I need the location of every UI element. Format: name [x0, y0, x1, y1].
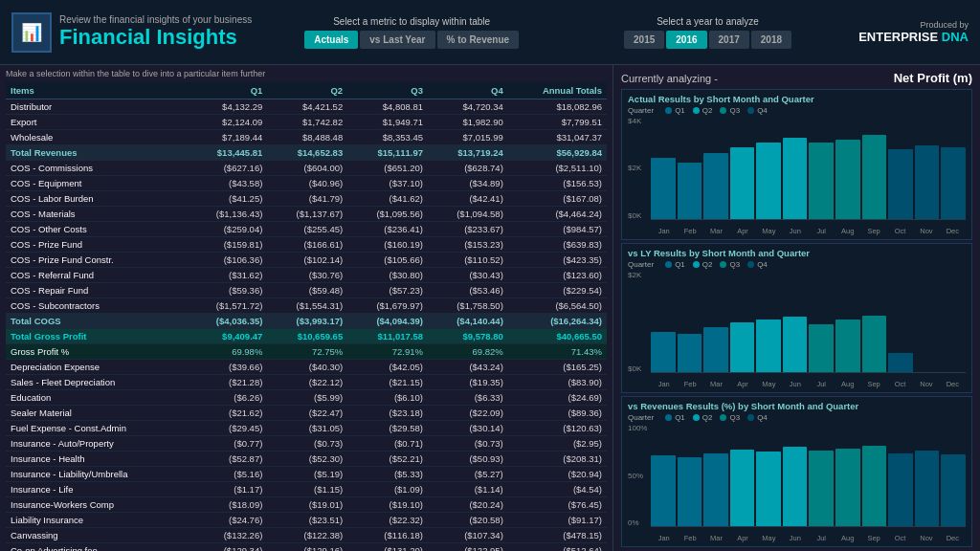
table-row[interactable]: Depreciation Expense($39.66)($40.30)($42… [6, 360, 607, 375]
calculator-icon: 📊 [11, 12, 52, 53]
table-row[interactable]: Fuel Expense - Const.Admin($29.45)($31.0… [6, 421, 607, 436]
cell-value: ($639.83) [508, 237, 607, 253]
cell-value: ($233.67) [428, 222, 508, 237]
table-row[interactable]: COS - Commissions($627.16)($604.00)($651… [6, 161, 607, 176]
cell-value: ($52.87) [188, 452, 268, 467]
cell-value: ($21.28) [188, 375, 268, 390]
legend-item-Q3: Q3 [720, 413, 740, 422]
cell-value: $2,124.09 [188, 115, 268, 130]
btn-2017[interactable]: 2017 [709, 31, 749, 49]
cell-value: ($628.74) [428, 161, 508, 176]
cell-value: ($166.61) [267, 237, 347, 253]
financial-table: Items Q1 Q2 Q3 Q4 Annual Totals Distribu… [6, 82, 607, 551]
month-group-Jan [651, 271, 676, 374]
table-row[interactable]: Insurance - Auto/Property($0.77)($0.73)(… [6, 436, 607, 452]
col-q4: Q4 [428, 82, 508, 99]
cell-item-name: Insurance - Life [6, 482, 188, 497]
table-row[interactable]: Gross Profit %69.98%72.75%72.91%69.82%71… [6, 344, 607, 360]
x-label-Jun: Jun [782, 227, 808, 235]
table-row[interactable]: COS - Equipment($43.58)($40.96)($37.10)(… [6, 176, 607, 191]
table-row[interactable]: Canvassing($132.26)($122.38)($116.18)($1… [6, 528, 607, 543]
month-group-Jul [809, 117, 834, 220]
table-row[interactable]: Total COGS($4,036.35)($3,993.17)($4,094.… [6, 314, 607, 329]
table-row[interactable]: Co-op Advertising fee($129.34)($129.16)(… [6, 543, 607, 552]
table-row[interactable]: Total Gross Profit$9,409.47$10,659.65$11… [6, 329, 607, 344]
legend-dot-Q2 [693, 261, 700, 268]
table-row[interactable]: Education($6.26)($5.99)($6.10)($6.33)($2… [6, 390, 607, 406]
bar-Jun-Q2 [783, 317, 808, 373]
table-row[interactable]: Insurance-Workers Comp($18.09)($19.01)($… [6, 497, 607, 513]
btn-2015[interactable]: 2015 [624, 31, 664, 49]
bar-Oct-Q4 [888, 453, 913, 528]
x-label-Sep: Sep [860, 380, 886, 388]
bar-Jun-Q2 [783, 138, 808, 220]
bar-Aug-Q3 [835, 449, 860, 527]
table-row[interactable]: Insurance - Life($1.17)($1.15)($1.09)($1… [6, 482, 607, 497]
cell-value: ($4,094.39) [347, 314, 428, 329]
btn-pct-revenue[interactable]: % to Revenue [437, 31, 520, 49]
table-row[interactable]: Insurance - Liability/Umbrella($5.16)($5… [6, 467, 607, 482]
analyzing-text: Currently analyzing - [621, 73, 718, 84]
cell-value: ($1,758.50) [428, 298, 508, 314]
x-label-Feb: Feb [677, 534, 702, 542]
table-row[interactable]: COS - Labor Burden($41.25)($41.79)($41.6… [6, 191, 607, 207]
bar-Apr-Q2 [730, 322, 755, 374]
net-profit-label: Net Profit (m) [894, 71, 972, 85]
table-row[interactable]: Sealer Material($21.62)($22.47)($23.18)(… [6, 406, 607, 421]
table-row[interactable]: COS - Referral Fund($31.62)($30.76)($30.… [6, 268, 607, 283]
table-row[interactable]: Sales - Fleet Depreciation($21.28)($22.1… [6, 375, 607, 390]
table-row[interactable]: Distributor$4,132.29$4,421.52$4,808.81$4… [6, 99, 607, 115]
cell-value: ($42.05) [347, 360, 428, 375]
cell-value: 72.91% [347, 344, 428, 360]
btn-2016[interactable]: 2016 [666, 31, 706, 49]
btn-vs-last-year[interactable]: vs Last Year [360, 31, 434, 49]
chart-title-0: Actual Results by Short Month and Quarte… [628, 94, 966, 104]
table-row[interactable]: Liability Insurance($24.76)($23.51)($22.… [6, 513, 607, 528]
month-group-Nov [915, 117, 940, 220]
cell-value: ($41.25) [188, 191, 268, 207]
cell-value: ($43.58) [188, 176, 268, 191]
year-label: Select a year to analyze [657, 16, 759, 27]
chart-block-0: Actual Results by Short Month and Quarte… [621, 89, 972, 240]
x-label-Feb: Feb [677, 227, 702, 235]
cell-value: ($604.00) [267, 161, 347, 176]
cell-value: ($29.58) [347, 421, 428, 436]
btn-actuals[interactable]: Actuals [304, 31, 358, 49]
table-row[interactable]: Insurance - Health($52.87)($52.30)($52.2… [6, 452, 607, 467]
table-row[interactable]: Wholesale$7,189.44$8,488.48$8,353.45$7,0… [6, 130, 607, 145]
table-row[interactable]: COS - Subcontractors($1,571.72)($1,554.3… [6, 298, 607, 314]
cell-value: ($236.41) [347, 222, 428, 237]
cell-value: ($6.10) [347, 390, 428, 406]
cell-value: 72.75% [267, 344, 347, 360]
btn-2018[interactable]: 2018 [751, 31, 791, 49]
table-row[interactable]: COS - Prize Fund Constr.($106.36)($102.1… [6, 253, 607, 268]
cell-value: ($6,564.50) [508, 298, 607, 314]
chart-legend-1: QuarterQ1Q2Q3Q4 [628, 260, 966, 269]
table-row[interactable]: COS - Repair Fund($59.36)($59.48)($57.23… [6, 283, 607, 298]
cell-value: ($1,137.67) [267, 207, 347, 222]
legend-dot-Q4 [747, 414, 754, 421]
table-row[interactable]: COS - Materials($1,136.43)($1,137.67)($1… [6, 207, 607, 222]
table-row[interactable]: Total Revenues$13,445.81$14,652.83$15,11… [6, 145, 607, 161]
x-label-May: May [756, 380, 782, 388]
cell-value: ($1,136.43) [188, 207, 268, 222]
cell-value: ($4.54) [508, 482, 607, 497]
table-row[interactable]: COS - Other Costs($259.04)($255.45)($236… [6, 222, 607, 237]
month-group-Mar [703, 424, 728, 527]
cell-value: ($6.26) [188, 390, 268, 406]
table-row[interactable]: COS - Prize Fund($159.81)($166.61)($160.… [6, 237, 607, 253]
table-row[interactable]: Export$2,124.09$1,742.82$1,949.71$1,982.… [6, 115, 607, 130]
cell-value: ($156.53) [508, 176, 607, 191]
y-labels-0: $4K$2K$0K [628, 117, 649, 220]
cell-value: ($1.14) [428, 482, 508, 497]
cell-value: ($76.45) [508, 497, 607, 513]
month-group-Mar [703, 117, 728, 220]
x-label-Jan: Jan [651, 227, 677, 235]
right-panel: Currently analyzing - Net Profit (m) Act… [612, 65, 980, 551]
bar-May-Q2 [756, 320, 781, 373]
month-group-Oct [888, 271, 913, 374]
bar-Jul-Q3 [809, 451, 834, 527]
bar-Oct-Q4 [888, 353, 913, 374]
cell-item-name: Distributor [6, 99, 188, 115]
cell-value: $7,015.99 [428, 130, 508, 145]
